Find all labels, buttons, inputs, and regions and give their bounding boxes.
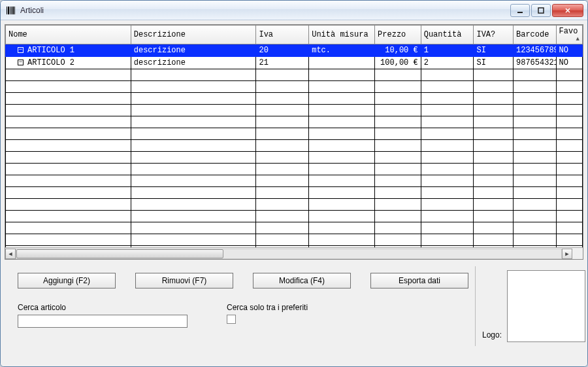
cell-unita[interactable] (309, 128, 375, 140)
cell-unita[interactable] (309, 234, 375, 246)
favorites-filter-checkbox[interactable] (227, 315, 236, 324)
cell-quantita[interactable] (421, 175, 474, 187)
cell-descrizione[interactable] (131, 164, 256, 175)
cell-quantita[interactable] (421, 93, 474, 105)
cell-iva[interactable] (256, 199, 309, 211)
cell-descrizione[interactable] (131, 152, 256, 164)
cell-iva[interactable]: 21 (256, 57, 309, 69)
maximize-button[interactable] (531, 4, 551, 17)
cell-nome[interactable] (6, 105, 131, 116)
cell-quantita[interactable] (421, 81, 474, 93)
cell-iva_flag[interactable] (474, 81, 514, 93)
cell-iva[interactable] (256, 234, 309, 246)
cell-iva[interactable] (256, 128, 309, 140)
expand-icon[interactable]: − (18, 60, 24, 65)
cell-iva_flag[interactable]: SI (474, 44, 514, 57)
cell-unita[interactable] (309, 187, 375, 199)
scroll-thumb[interactable] (16, 249, 223, 258)
cell-barcode[interactable] (513, 93, 556, 105)
cell-nome[interactable] (6, 222, 131, 234)
cell-favo[interactable] (556, 234, 582, 246)
cell-favo[interactable] (556, 116, 582, 128)
cell-nome[interactable] (6, 234, 131, 246)
cell-quantita[interactable] (421, 199, 474, 211)
cell-barcode[interactable] (513, 152, 556, 164)
table-row[interactable] (6, 93, 583, 105)
cell-iva_flag[interactable] (474, 211, 514, 222)
cell-favo[interactable] (556, 69, 582, 81)
cell-quantita[interactable] (421, 152, 474, 164)
cell-nome[interactable] (6, 199, 131, 211)
cell-unita[interactable] (309, 57, 375, 69)
cell-quantita[interactable]: 2 (421, 57, 474, 69)
cell-unita[interactable]: mtc. (309, 44, 375, 57)
col-header-iva[interactable]: Iva (256, 26, 309, 44)
cell-prezzo[interactable] (375, 105, 421, 116)
cell-descrizione[interactable] (131, 128, 256, 140)
cell-favo[interactable] (556, 93, 582, 105)
cell-favo[interactable] (556, 81, 582, 93)
col-header-iva-flag[interactable]: IVA? (474, 26, 514, 44)
cell-nome[interactable] (6, 81, 131, 93)
cell-prezzo[interactable] (375, 199, 421, 211)
cell-prezzo[interactable] (375, 234, 421, 246)
cell-favo[interactable] (556, 175, 582, 187)
add-button[interactable]: Aggiungi (F2) (18, 273, 116, 288)
cell-descrizione[interactable] (131, 116, 256, 128)
table-header-row[interactable]: Nome Descrizione Iva Unità misura Prezzo… (6, 26, 583, 44)
cell-unita[interactable] (309, 81, 375, 93)
logo-preview[interactable] (507, 270, 585, 342)
scroll-track[interactable] (16, 249, 562, 259)
table-row[interactable] (6, 128, 583, 140)
cell-favo[interactable] (556, 128, 582, 140)
cell-descrizione[interactable] (131, 81, 256, 93)
cell-quantita[interactable] (421, 105, 474, 116)
cell-favo[interactable] (556, 222, 582, 234)
cell-nome[interactable] (6, 164, 131, 175)
cell-prezzo[interactable] (375, 140, 421, 152)
cell-barcode[interactable] (513, 116, 556, 128)
cell-barcode[interactable] (513, 187, 556, 199)
cell-favo[interactable] (556, 211, 582, 222)
cell-nome[interactable] (6, 93, 131, 105)
cell-barcode[interactable] (513, 175, 556, 187)
cell-iva_flag[interactable] (474, 105, 514, 116)
table-row[interactable] (6, 211, 583, 222)
cell-descrizione[interactable] (131, 187, 256, 199)
expand-icon[interactable]: − (18, 47, 24, 53)
cell-nome[interactable] (6, 128, 131, 140)
table-row[interactable] (6, 116, 583, 128)
cell-iva_flag[interactable] (474, 199, 514, 211)
cell-quantita[interactable] (421, 187, 474, 199)
minimize-button[interactable] (510, 4, 530, 17)
cell-iva[interactable] (256, 69, 309, 81)
cell-barcode[interactable] (513, 199, 556, 211)
cell-unita[interactable] (309, 222, 375, 234)
table-row[interactable] (6, 105, 583, 116)
cell-nome[interactable] (6, 175, 131, 187)
col-header-descrizione[interactable]: Descrizione (131, 26, 256, 44)
table-row[interactable]: −ARTICOLO 2descrizione21100,00 €2SI98765… (6, 57, 583, 69)
cell-iva[interactable] (256, 152, 309, 164)
cell-favo[interactable]: NO (556, 44, 582, 57)
cell-iva_flag[interactable] (474, 175, 514, 187)
cell-iva_flag[interactable] (474, 187, 514, 199)
cell-unita[interactable] (309, 164, 375, 175)
table-row[interactable] (6, 81, 583, 93)
cell-iva[interactable] (256, 222, 309, 234)
cell-iva_flag[interactable] (474, 93, 514, 105)
cell-descrizione[interactable] (131, 199, 256, 211)
table-row[interactable] (6, 199, 583, 211)
cell-iva_flag[interactable] (474, 234, 514, 246)
cell-iva[interactable] (256, 164, 309, 175)
table-row[interactable] (6, 164, 583, 175)
cell-unita[interactable] (309, 93, 375, 105)
cell-prezzo[interactable] (375, 128, 421, 140)
cell-iva[interactable]: 20 (256, 44, 309, 57)
cell-iva_flag[interactable] (474, 164, 514, 175)
cell-prezzo[interactable] (375, 93, 421, 105)
cell-descrizione[interactable]: descrizione (131, 44, 256, 57)
cell-barcode[interactable] (513, 222, 556, 234)
cell-favo[interactable] (556, 140, 582, 152)
cell-iva_flag[interactable] (474, 128, 514, 140)
